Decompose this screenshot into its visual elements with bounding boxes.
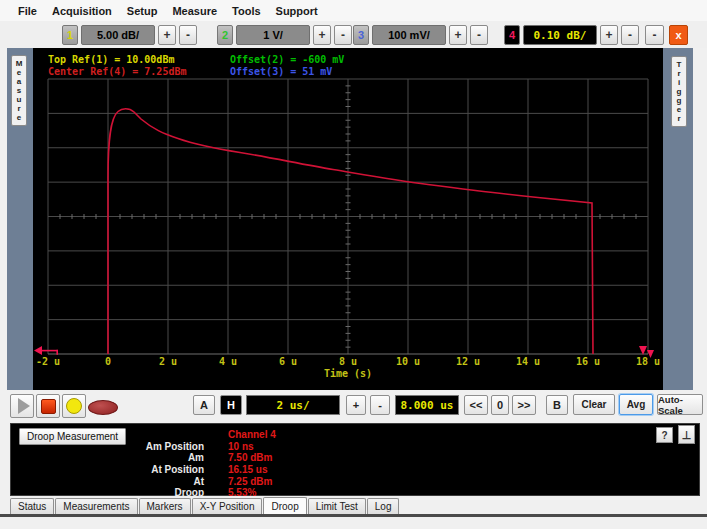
channel-1-button[interactable]: 1 bbox=[62, 25, 78, 45]
x-tick-label: 14 u bbox=[516, 356, 540, 367]
channel-1-scale-increase-button[interactable]: + bbox=[158, 25, 176, 45]
channel-4-scale-decrease-button[interactable]: - bbox=[621, 25, 639, 45]
close-button[interactable]: x bbox=[669, 25, 688, 45]
x-tick-label: 12 u bbox=[456, 356, 480, 367]
vtab-letter: r bbox=[677, 114, 680, 123]
menu-setup[interactable]: Setup bbox=[127, 5, 158, 17]
droop-results: Channel 4Am Position10 nsAm7.50 dBmAt Po… bbox=[11, 429, 699, 499]
vtab-letter: e bbox=[17, 113, 21, 122]
channel-1-scale-display[interactable]: 5.00 dB/ bbox=[81, 25, 155, 45]
channel-2-scale-display[interactable]: 1 V/ bbox=[236, 25, 310, 45]
stop-icon bbox=[41, 399, 56, 414]
right-sidebar: Trigger bbox=[663, 48, 693, 390]
run-button[interactable] bbox=[10, 394, 34, 418]
scope-annotation: Center Ref(4) = 7.25dBm bbox=[48, 66, 186, 77]
tab-limit-test[interactable]: Limit Test bbox=[308, 498, 366, 514]
x-tick-label: 10 u bbox=[396, 356, 420, 367]
tab-markers[interactable]: Markers bbox=[139, 498, 191, 514]
results-value: 7.25 dBm bbox=[228, 476, 272, 487]
results-row: At7.25 dBm bbox=[11, 475, 699, 487]
bottom-tabs: StatusMeasurementsMarkersX-Y PositionDro… bbox=[0, 496, 707, 514]
channel-2-button[interactable]: 2 bbox=[217, 25, 233, 45]
channel-2-scale-increase-button[interactable]: + bbox=[313, 25, 331, 45]
results-label: Am Position bbox=[11, 441, 204, 452]
delay-back-button[interactable]: << bbox=[464, 395, 488, 415]
waveform-plot bbox=[33, 48, 663, 390]
channel-2-group: 2 1 V/ + - bbox=[217, 25, 352, 45]
channel-4-scale-increase-button[interactable]: + bbox=[600, 25, 618, 45]
delay-zero-button[interactable]: 0 bbox=[491, 395, 509, 415]
x-tick-label: 8 u bbox=[339, 356, 357, 367]
vtab-letter: T bbox=[677, 60, 682, 69]
channel-2-scale-decrease-button[interactable]: - bbox=[334, 25, 352, 45]
results-row-header: Channel 4 bbox=[11, 429, 699, 441]
channel-3-group: 3 100 mV/ + - bbox=[353, 25, 488, 45]
menu-support[interactable]: Support bbox=[276, 5, 318, 17]
vtab-letter: e bbox=[17, 68, 21, 77]
vtab-letter: s bbox=[17, 86, 21, 95]
vtab-letter: i bbox=[678, 78, 680, 87]
tab-x-y-position[interactable]: X-Y Position bbox=[192, 498, 263, 514]
vtab-letter: e bbox=[677, 105, 681, 114]
results-row: Am Position10 ns bbox=[11, 441, 699, 453]
horizontal-button[interactable]: H bbox=[220, 395, 242, 415]
x-tick-label: 0 bbox=[105, 356, 111, 367]
tab-status[interactable]: Status bbox=[10, 498, 54, 514]
tab-droop[interactable]: Droop bbox=[263, 497, 306, 514]
channel-4-scale-display[interactable]: 0.10 dB/ bbox=[523, 25, 597, 45]
oscilloscope-app-window: FileAcquisitionSetupMeasureToolsSupport … bbox=[0, 0, 707, 529]
vtab-letter: u bbox=[17, 95, 22, 104]
play-icon bbox=[18, 398, 30, 414]
results-value: 7.50 dBm bbox=[228, 452, 272, 463]
channel-4-button[interactable]: 4 bbox=[504, 25, 520, 45]
channel-1-group: 1 5.00 dB/ + - bbox=[62, 25, 197, 45]
window-divider bbox=[0, 514, 707, 517]
x-tick-label: 18 u bbox=[636, 356, 660, 367]
delay-forward-button[interactable]: >> bbox=[512, 395, 536, 415]
average-button[interactable]: Avg bbox=[619, 394, 653, 415]
menu-acquisition[interactable]: Acquisition bbox=[52, 5, 112, 17]
trigger-panel-tab[interactable]: Trigger bbox=[671, 56, 687, 127]
channel-3-scale-increase-button[interactable]: + bbox=[449, 25, 467, 45]
scope-annotation: Offset(2) = -600 mV bbox=[230, 54, 344, 65]
stop-button[interactable] bbox=[36, 394, 60, 418]
tab-log[interactable]: Log bbox=[367, 498, 400, 514]
timebase-scale-display[interactable]: 2 us/ bbox=[246, 395, 340, 415]
timebase-increase-button[interactable]: + bbox=[346, 395, 366, 415]
timebase-decrease-button[interactable]: - bbox=[370, 395, 390, 415]
channel-bar: 1 5.00 dB/ + - 2 1 V/ + - 3 100 mV/ + - … bbox=[0, 21, 707, 48]
channel-1-scale-decrease-button[interactable]: - bbox=[179, 25, 197, 45]
acquisition-status-led bbox=[88, 400, 118, 415]
vtab-letter: r bbox=[17, 104, 20, 113]
channel-4-group: 4 0.10 dB/ + - bbox=[504, 25, 639, 45]
scope-annotation: Top Ref(1) = 10.00dBm bbox=[48, 54, 174, 65]
delay-display[interactable]: 8.000 us bbox=[395, 395, 459, 415]
channel-3-button[interactable]: 3 bbox=[353, 25, 369, 45]
vtab-letter: g bbox=[677, 96, 682, 105]
channel-3-scale-display[interactable]: 100 mV/ bbox=[372, 25, 446, 45]
vtab-letter: M bbox=[16, 59, 23, 68]
auto-scale-button[interactable]: Auto-Scale bbox=[657, 394, 703, 415]
single-acquisition-icon bbox=[66, 398, 82, 414]
timebase-a-button[interactable]: A bbox=[193, 395, 215, 415]
vtab-letter: r bbox=[677, 69, 680, 78]
menu-file[interactable]: File bbox=[18, 5, 37, 17]
timebase-b-button[interactable]: B bbox=[546, 395, 568, 415]
acquisition-control-bar: A H 2 us/ + - 8.000 us << 0 >> B Clear A… bbox=[0, 390, 707, 422]
results-row: At Position16.15 us bbox=[11, 464, 699, 476]
measure-panel-tab[interactable]: Measure bbox=[11, 55, 27, 126]
single-acquisition-button[interactable] bbox=[62, 394, 86, 418]
tab-measurements[interactable]: Measurements bbox=[55, 498, 137, 514]
x-tick-label: 2 u bbox=[159, 356, 177, 367]
menu-measure[interactable]: Measure bbox=[172, 5, 217, 17]
menu-tools[interactable]: Tools bbox=[232, 5, 261, 17]
vtab-letter: g bbox=[677, 87, 682, 96]
clear-button[interactable]: Clear bbox=[573, 394, 615, 415]
minimize-button[interactable]: - bbox=[645, 25, 664, 45]
results-value: 10 ns bbox=[228, 441, 254, 452]
x-tick-label: 4 u bbox=[219, 356, 237, 367]
results-value: 16.15 us bbox=[228, 464, 267, 475]
x-tick-label: -2 u bbox=[36, 356, 60, 367]
x-axis-title: Time (s) bbox=[324, 368, 372, 379]
channel-3-scale-decrease-button[interactable]: - bbox=[470, 25, 488, 45]
